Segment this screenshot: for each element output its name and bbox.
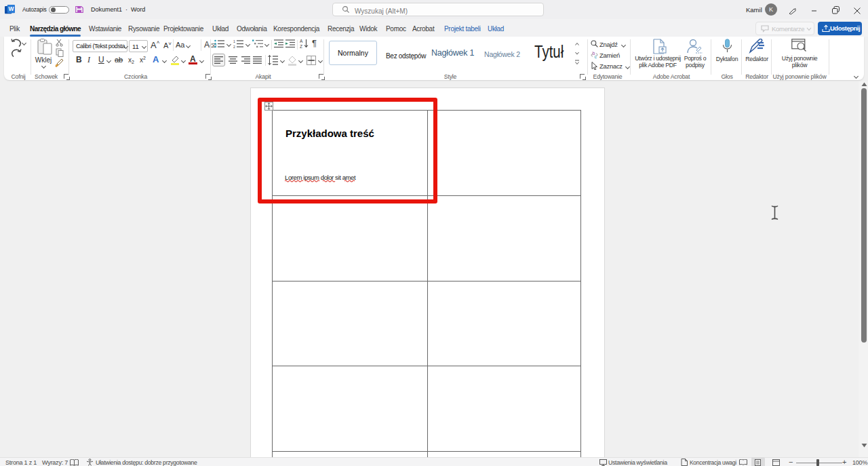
svg-text:c: c xyxy=(595,54,597,59)
svg-text:Z: Z xyxy=(300,44,302,49)
svg-text:W: W xyxy=(8,5,14,12)
svg-text:A: A xyxy=(300,39,303,43)
svg-text:1: 1 xyxy=(233,39,235,43)
svg-text:2: 2 xyxy=(233,45,235,48)
